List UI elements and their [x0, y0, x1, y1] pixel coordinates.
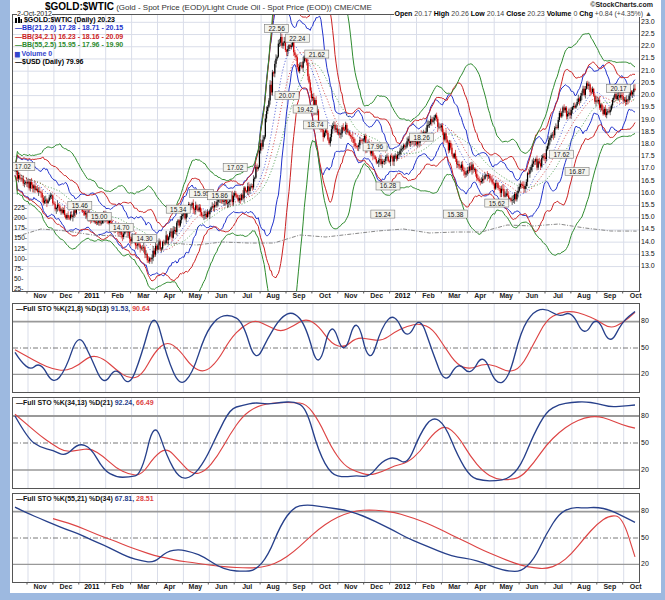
- price-axis-label: 19.0: [641, 116, 655, 123]
- candle-body: [528, 173, 529, 174]
- candle-body: [495, 183, 496, 189]
- stoch3-right-axis: 805020: [641, 493, 665, 581]
- candle-body: [427, 125, 428, 132]
- candle-body: [432, 121, 433, 122]
- stoch-axis-label: 50: [641, 439, 649, 446]
- candle-body: [246, 191, 247, 192]
- candle-body: [255, 167, 256, 178]
- annotation-text: 15.34: [170, 206, 187, 213]
- candle-body: [399, 151, 400, 155]
- candle-body: [600, 105, 601, 108]
- candle-body: [363, 140, 364, 141]
- candle-body: [252, 186, 253, 187]
- candle-body: [612, 100, 613, 106]
- stoch3-k-value: 67.81,: [115, 495, 134, 502]
- left-axis-labels: 225-200-175-150-125-100-75-50-25-: [14, 204, 27, 291]
- candle-body: [487, 175, 488, 176]
- candle-body: [173, 231, 174, 238]
- candle-body: [345, 125, 346, 130]
- annotation-text: 15.62: [489, 200, 506, 207]
- candle-body: [553, 135, 554, 136]
- candles: [16, 33, 636, 264]
- quote-summary: Open 20.17 High 20.26 Low 20.14 Close 20…: [394, 10, 652, 17]
- stoch3-legend: —Full STO %K(55,21) %D(34) 67.81, 28.51: [16, 495, 154, 502]
- candle-body: [24, 183, 25, 184]
- candle-body: [535, 159, 536, 162]
- candle-body: [323, 130, 324, 137]
- stoch-panel-2: [12, 397, 640, 489]
- candle-body: [29, 182, 30, 189]
- candle-body: [136, 245, 137, 246]
- open-label: Open: [394, 10, 412, 17]
- legend-bb34: —BB(34,2.1) 16.23 - 18.16 - 20.09: [15, 33, 123, 41]
- candle-body: [552, 135, 553, 136]
- candle-body: [490, 178, 491, 179]
- annotation-text: 16.28: [380, 182, 397, 189]
- price-axis-label: 16.5: [641, 177, 655, 184]
- candle-body: [45, 200, 46, 201]
- candle-body: [123, 234, 124, 237]
- price-axis-label: 22.5: [641, 30, 655, 37]
- candle-body: [401, 149, 402, 151]
- candle-body: [347, 132, 348, 133]
- price-axis-label: 20.0: [641, 91, 655, 98]
- candle-body: [461, 165, 462, 168]
- candle-body: [96, 222, 97, 224]
- candle-body: [567, 114, 568, 117]
- stoch1-right-axis: 805020: [641, 303, 665, 391]
- ticker-symbol: $GOLD:$WTIC: [45, 1, 114, 12]
- candle-body: [362, 140, 363, 141]
- candle-body: [356, 146, 357, 147]
- candle-body: [373, 156, 374, 157]
- candle-body: [632, 92, 633, 94]
- candle-body: [545, 157, 546, 159]
- candle-body: [475, 169, 476, 174]
- candle-body: [34, 186, 35, 190]
- candle-body: [337, 128, 338, 133]
- legend-symbol-line: $GOLD:$WTIC (Daily) 20.23: [15, 16, 123, 24]
- candle-body: [148, 260, 149, 261]
- candle-body: [235, 193, 236, 195]
- candle-body: [451, 148, 452, 155]
- candle-body: [312, 97, 313, 98]
- candle-body: [200, 207, 201, 212]
- candle-body: [536, 159, 537, 168]
- candle-body: [26, 182, 27, 183]
- candle-body: [57, 205, 58, 208]
- candle-body: [242, 195, 243, 198]
- annotation-text: 15.38: [447, 211, 464, 218]
- candle-body: [68, 215, 69, 218]
- legend-volume: ▆ Volume 0: [15, 50, 123, 58]
- candle-body: [482, 179, 483, 181]
- candle-body: [156, 246, 157, 250]
- candle-body: [239, 198, 240, 200]
- annotation-text: 19.42: [297, 106, 314, 113]
- candle-body: [138, 244, 139, 245]
- candle-body: [377, 162, 378, 163]
- candle-body: [42, 193, 43, 198]
- candle-body: [428, 125, 429, 126]
- candle-body: [530, 167, 531, 170]
- candle-body: [244, 188, 245, 198]
- candle-body: [256, 167, 257, 169]
- stoch-grid: [13, 304, 639, 392]
- candle-body: [66, 215, 67, 218]
- candle-body: [201, 212, 202, 215]
- candle-body: [37, 189, 38, 192]
- candle-body: [56, 208, 57, 209]
- price-axis-label: 17.0: [641, 164, 655, 171]
- candle-body: [147, 254, 148, 260]
- candle-body: [329, 140, 330, 144]
- stoch-grid: [13, 398, 639, 488]
- stoch2-d-value: 66.49: [136, 399, 154, 406]
- candle-body: [351, 136, 352, 137]
- candle-body: [84, 212, 85, 215]
- candle-body: [350, 135, 351, 136]
- candle-body: [271, 85, 272, 93]
- candle-body: [149, 258, 150, 261]
- candle-body: [469, 166, 470, 170]
- candle-body: [158, 242, 159, 246]
- candle-body: [430, 119, 431, 124]
- candle-body: [591, 92, 592, 93]
- candle-body: [380, 159, 381, 164]
